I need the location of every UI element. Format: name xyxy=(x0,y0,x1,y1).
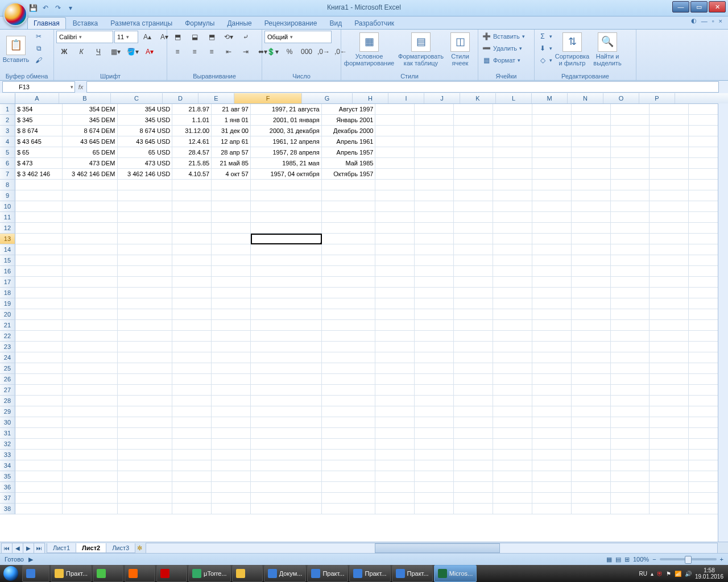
cell[interactable] xyxy=(118,450,173,460)
cell[interactable] xyxy=(251,460,322,471)
cell[interactable] xyxy=(611,298,650,309)
cell[interactable] xyxy=(650,352,689,363)
cell[interactable] xyxy=(650,428,689,439)
row-header[interactable]: 36 xyxy=(0,482,15,493)
cell[interactable] xyxy=(15,288,63,298)
cell[interactable] xyxy=(454,266,493,277)
cell[interactable] xyxy=(375,363,415,374)
name-box[interactable]: F13▾ xyxy=(2,81,75,93)
ribbon-tab-1[interactable]: Вставка xyxy=(67,18,104,29)
cell[interactable] xyxy=(454,504,493,514)
cell[interactable] xyxy=(15,363,63,374)
cell[interactable] xyxy=(212,288,251,298)
cell[interactable] xyxy=(415,504,454,514)
paste-button[interactable]: 📋 Вставить xyxy=(2,31,30,68)
cell[interactable] xyxy=(375,169,415,180)
cell[interactable] xyxy=(532,104,572,115)
cell[interactable] xyxy=(375,126,415,136)
cell[interactable] xyxy=(454,331,493,342)
cell[interactable] xyxy=(572,266,611,277)
cell[interactable] xyxy=(493,201,532,212)
cell[interactable] xyxy=(650,439,689,450)
cut-button[interactable]: ✂ xyxy=(33,31,44,42)
tray-flag-icon[interactable]: ⚑ xyxy=(666,571,671,577)
cell[interactable]: 43 645 DEM xyxy=(63,136,118,147)
percent-button[interactable]: % xyxy=(282,45,297,58)
cell[interactable] xyxy=(415,288,454,298)
cell[interactable] xyxy=(611,115,650,126)
font-size-combo[interactable]: 11▾ xyxy=(114,31,138,43)
cell[interactable] xyxy=(650,471,689,482)
cell[interactable] xyxy=(118,298,173,309)
cell[interactable] xyxy=(572,234,611,244)
cell[interactable] xyxy=(375,439,415,450)
cell[interactable]: $ 3 462 146 xyxy=(15,169,63,180)
tray-chevron-icon[interactable]: ▴ xyxy=(651,571,653,577)
cell[interactable] xyxy=(63,288,118,298)
conditional-formatting-button[interactable]: ▦Условное форматирование xyxy=(344,31,395,68)
cell[interactable] xyxy=(532,374,572,385)
cell[interactable] xyxy=(212,201,251,212)
cell[interactable] xyxy=(454,180,493,190)
cell[interactable] xyxy=(611,126,650,136)
cell[interactable] xyxy=(212,234,251,244)
taskbar-item[interactable]: Докум... xyxy=(264,565,307,582)
row-header[interactable]: 12 xyxy=(0,223,15,234)
cell[interactable] xyxy=(572,396,611,406)
insert-cells-button[interactable]: ➕Вставить▾ xyxy=(481,31,526,42)
row-header[interactable]: 8 xyxy=(0,180,15,190)
cell[interactable] xyxy=(212,190,251,201)
cell[interactable] xyxy=(375,158,415,169)
cell[interactable] xyxy=(650,320,689,331)
zoom-slider[interactable] xyxy=(660,558,717,560)
zoom-out-button[interactable]: − xyxy=(652,556,656,563)
cell[interactable] xyxy=(15,277,63,288)
cell[interactable] xyxy=(572,342,611,352)
sheet-nav-first[interactable]: ⏮ xyxy=(1,543,13,554)
ribbon-tab-5[interactable]: Рецензирование xyxy=(259,18,323,29)
cell[interactable] xyxy=(493,385,532,396)
cell[interactable] xyxy=(322,374,376,385)
cell[interactable] xyxy=(493,471,532,482)
border-button[interactable]: ▦▾ xyxy=(107,45,123,58)
sort-filter-button[interactable]: ⇅Сортировка и фильтр xyxy=(555,31,590,68)
column-header[interactable]: N xyxy=(568,93,603,103)
cell[interactable] xyxy=(415,180,454,190)
cell[interactable] xyxy=(15,234,63,244)
cell[interactable] xyxy=(572,309,611,320)
cell[interactable] xyxy=(572,482,611,493)
tray-volume-icon[interactable]: 🔊 xyxy=(685,571,692,577)
taskbar-item[interactable]: Практ... xyxy=(349,565,390,582)
cell[interactable] xyxy=(532,504,572,514)
cell[interactable] xyxy=(415,352,454,363)
row-header[interactable]: 25 xyxy=(0,363,15,374)
cell[interactable] xyxy=(375,277,415,288)
cell[interactable] xyxy=(172,190,212,201)
column-header[interactable]: M xyxy=(532,93,568,103)
cell[interactable] xyxy=(493,439,532,450)
cell[interactable] xyxy=(454,428,493,439)
taskbar-clock[interactable]: 1:58 19.01.2016 xyxy=(695,567,723,580)
ribbon-tab-7[interactable]: Разработчик xyxy=(349,18,400,29)
ribbon-tab-2[interactable]: Разметка страницы xyxy=(105,18,178,29)
cell[interactable]: 21.8.97 xyxy=(172,104,212,115)
cell[interactable] xyxy=(493,136,532,147)
cell[interactable] xyxy=(212,223,251,234)
cell[interactable] xyxy=(172,255,212,266)
cell[interactable] xyxy=(611,439,650,450)
cell[interactable] xyxy=(63,439,118,450)
cell[interactable] xyxy=(493,158,532,169)
cell[interactable] xyxy=(172,417,212,428)
cell[interactable] xyxy=(493,460,532,471)
comma-button[interactable]: 000 xyxy=(299,45,315,58)
cell[interactable] xyxy=(454,460,493,471)
cell[interactable] xyxy=(532,450,572,460)
cell[interactable] xyxy=(63,504,118,514)
cell[interactable] xyxy=(493,244,532,255)
ribbon-tab-6[interactable]: Вид xyxy=(324,18,348,29)
row-header[interactable]: 14 xyxy=(0,244,15,255)
cell[interactable] xyxy=(375,136,415,147)
cell[interactable] xyxy=(611,255,650,266)
tray-antivirus-icon[interactable]: ⛨ xyxy=(657,571,663,577)
cell[interactable] xyxy=(611,201,650,212)
